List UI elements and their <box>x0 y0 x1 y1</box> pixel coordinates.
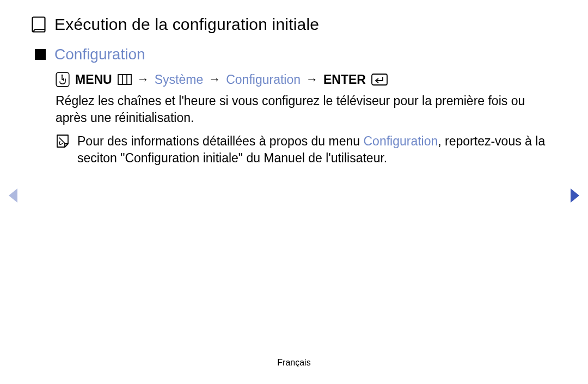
note-link: Configuration <box>363 134 438 148</box>
svg-rect-3 <box>118 75 131 84</box>
arrow-icon: → <box>306 72 318 87</box>
menu-box-icon <box>118 74 132 85</box>
next-page-arrow[interactable] <box>569 187 581 204</box>
book-icon <box>32 16 46 33</box>
svg-marker-8 <box>571 188 579 203</box>
enter-icon <box>371 74 388 86</box>
section-heading: Configuration <box>54 46 145 63</box>
svg-rect-6 <box>372 74 387 85</box>
footer-language: Français <box>0 358 588 368</box>
title-row: Exécution de la configuration initiale <box>32 15 556 34</box>
body-paragraph: Réglez les chaînes et l'heure si vous co… <box>56 93 556 126</box>
svg-marker-7 <box>9 188 17 203</box>
page-container: Exécution de la configuration initiale C… <box>0 0 588 384</box>
menu-label: MENU <box>75 72 112 87</box>
section-row: Configuration <box>35 46 556 63</box>
note-paragraph: Pour des informations détaillées à propo… <box>77 133 556 167</box>
note-text-pre: Pour des informations détaillées à propo… <box>77 134 363 148</box>
note-row: Pour des informations détaillées à propo… <box>56 133 556 167</box>
square-bullet-icon <box>35 49 46 60</box>
breadcrumb-row: MENU → Système → Configuration → ENTER <box>56 72 556 87</box>
breadcrumb-configuration: Configuration <box>226 72 301 87</box>
svg-point-2 <box>62 75 63 76</box>
content-block: MENU → Système → Configuration → ENTER <box>56 72 556 167</box>
arrow-icon: → <box>209 72 220 87</box>
arrow-icon: → <box>137 72 149 87</box>
page-title: Exécution de la configuration initiale <box>54 15 319 34</box>
note-icon <box>56 134 70 148</box>
breadcrumb-systeme: Système <box>155 72 203 87</box>
hand-icon <box>56 72 70 87</box>
prev-page-arrow[interactable] <box>7 187 19 204</box>
enter-label: ENTER <box>323 72 366 87</box>
